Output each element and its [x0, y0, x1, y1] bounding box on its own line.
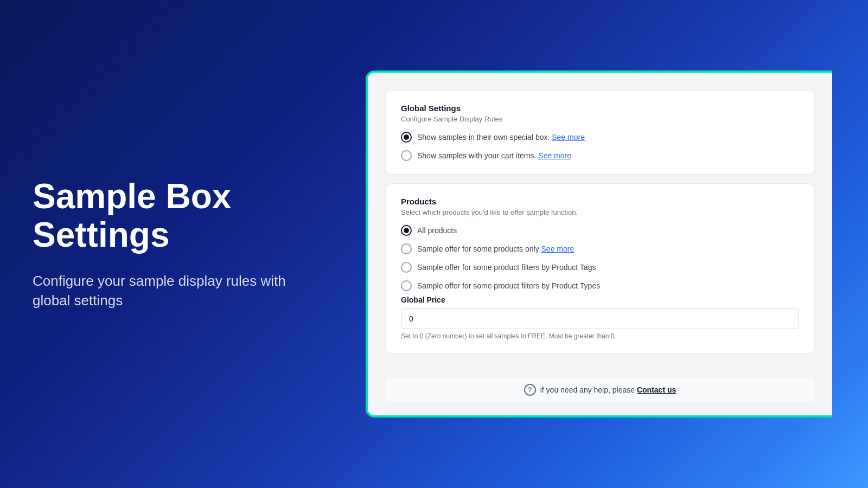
- products-subtitle: Select which products you'd like to offe…: [401, 208, 799, 216]
- radio-label-with-cart: Show samples with your cart items. See m…: [417, 151, 571, 160]
- see-more-link-some-products[interactable]: See more: [541, 245, 575, 253]
- settings-card: Global Settings Configure Sample Display…: [366, 70, 832, 418]
- help-text: if you need any help, please Contact us: [540, 386, 676, 394]
- products-section: Products Select which products you'd lik…: [385, 183, 815, 354]
- see-more-link-with-cart[interactable]: See more: [538, 151, 571, 160]
- global-settings-section: Global Settings Configure Sample Display…: [385, 90, 815, 175]
- contact-us-link[interactable]: Contact us: [637, 386, 676, 394]
- help-icon: ?: [524, 384, 536, 396]
- radio-label-some-products: Sample offer for some products only See …: [417, 245, 574, 253]
- page-description: Configure your sample display rules with…: [33, 271, 293, 311]
- page-title: Sample Box Settings: [33, 177, 293, 254]
- left-panel: Sample Box Settings Configure your sampl…: [0, 0, 326, 488]
- global-price-hint: Set to 0 (Zero number) to set all sample…: [401, 332, 799, 340]
- global-price-section: Global Price Set to 0 (Zero number) to s…: [401, 296, 799, 340]
- products-radio-group: All products Sample offer for some produ…: [401, 225, 799, 291]
- radio-circle-all-products: [401, 225, 412, 236]
- radio-label-all-products: All products: [417, 226, 457, 235]
- radio-circle-some-products: [401, 243, 412, 254]
- radio-circle-product-types: [401, 280, 412, 291]
- radio-label-own-box: Show samples in their own special box. S…: [417, 133, 585, 142]
- radio-some-products[interactable]: Sample offer for some products only See …: [401, 243, 799, 254]
- global-price-input[interactable]: [401, 309, 799, 329]
- radio-circle-own-box: [401, 132, 412, 143]
- radio-circle-product-tags: [401, 262, 412, 273]
- help-bar: ? if you need any help, please Contact u…: [385, 377, 815, 402]
- radio-with-cart[interactable]: Show samples with your cart items. See m…: [401, 150, 799, 161]
- radio-label-product-types: Sample offer for some product filters by…: [417, 281, 600, 290]
- global-settings-radio-group: Show samples in their own special box. S…: [401, 132, 799, 161]
- products-title: Products: [401, 197, 799, 206]
- global-price-label: Global Price: [401, 296, 799, 304]
- radio-product-types[interactable]: Sample offer for some product filters by…: [401, 280, 799, 291]
- right-panel: Global Settings Configure Sample Display…: [326, 0, 868, 488]
- global-settings-title: Global Settings: [401, 104, 799, 113]
- radio-product-tags[interactable]: Sample offer for some product filters by…: [401, 262, 799, 273]
- radio-label-product-tags: Sample offer for some product filters by…: [417, 263, 596, 272]
- global-settings-subtitle: Configure Sample Display Rules: [401, 115, 799, 123]
- radio-all-products[interactable]: All products: [401, 225, 799, 236]
- radio-own-box[interactable]: Show samples in their own special box. S…: [401, 132, 799, 143]
- see-more-link-own-box[interactable]: See more: [552, 133, 585, 142]
- radio-circle-with-cart: [401, 150, 412, 161]
